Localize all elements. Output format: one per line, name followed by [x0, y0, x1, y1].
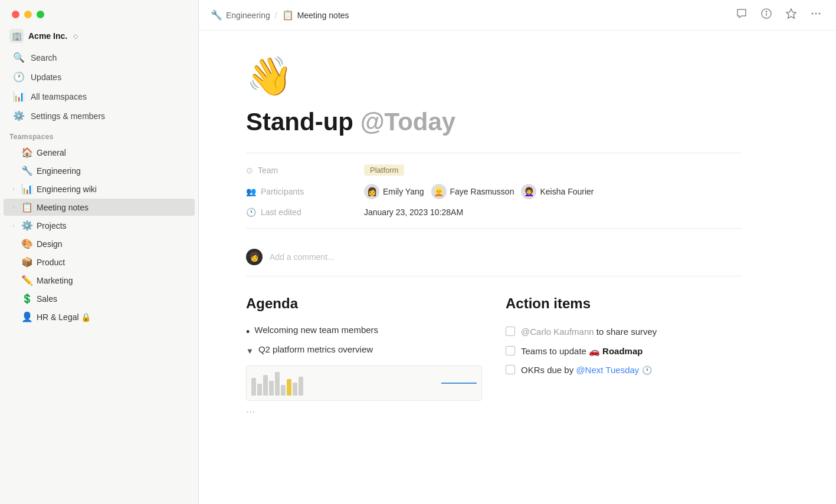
more-button[interactable] [808, 5, 824, 25]
workspace-selector[interactable]: 🏢 Acme Inc. ◇ [0, 24, 198, 48]
hr-legal-icon: 👤 [21, 311, 33, 322]
svg-point-6 [819, 13, 821, 15]
action-item-2-text: Teams to update 🚗 Roadmap [521, 345, 642, 358]
svg-point-5 [815, 13, 817, 15]
search-icon: 🔍 [13, 52, 25, 63]
action-item-2-prefix: Teams to update [521, 346, 589, 356]
topbar-actions [733, 5, 824, 25]
chart-line [441, 383, 477, 384]
favorite-button[interactable] [783, 5, 799, 25]
info-button[interactable] [758, 5, 775, 25]
action-item-3: OKRs due by @Next Tuesday 🕐 [506, 361, 742, 380]
participant-faye-name: Faye Rasmusson [450, 187, 514, 196]
action-item-1-suffix: to share survey [596, 327, 657, 337]
participant-keisha-avatar: 👩‍🦱 [521, 184, 536, 199]
calendar-icon: 🕐 [642, 365, 652, 375]
chart-bar [269, 381, 274, 396]
sidebar-item-engineering-wiki[interactable]: › 📊 Engineering wiki [4, 180, 195, 197]
chevron-right-icon: › [9, 186, 18, 192]
sidebar-item-search[interactable]: 🔍 Search [4, 48, 195, 67]
sidebar-item-updates-label: Updates [31, 73, 61, 82]
updates-icon: 🕐 [13, 71, 25, 83]
agenda-list: • Welcoming new team members ▼ Q2 platfo… [246, 322, 482, 361]
action-item-1-text: @Carlo Kaufmann to share survey [521, 325, 657, 339]
agenda-item-2: ▼ Q2 platform metrics overview [246, 342, 482, 360]
sidebar-item-all-teamspaces-label: All teamspaces [31, 92, 87, 101]
comment-user-avatar: 👩 [246, 249, 263, 265]
sidebar-item-hr-legal[interactable]: 👤 HR & Legal 🔒 [4, 308, 195, 325]
participant-emily: 👩 Emily Yang [364, 184, 424, 199]
sidebar-item-product[interactable]: 📦 Product [4, 253, 195, 271]
topbar: 🔧 Engineering / 📋 Meeting notes [199, 0, 836, 31]
chart-bar [275, 372, 280, 396]
checkbox-3[interactable] [506, 365, 515, 374]
comment-input[interactable]: Add a comment... [270, 252, 335, 262]
chevron-right-icon: › [9, 204, 18, 210]
roadmap-tag: 🚗 Roadmap [589, 345, 642, 358]
sidebar-item-marketing-label: Marketing [37, 276, 73, 285]
breadcrumb-engineering-label: Engineering [226, 11, 270, 20]
action-items-column: Action items @Carlo Kaufmann to share su… [506, 295, 742, 423]
sidebar-item-all-teamspaces[interactable]: 📊 All teamspaces [4, 87, 195, 106]
platform-tag[interactable]: Platform [364, 164, 404, 176]
main-content: 🔧 Engineering / 📋 Meeting notes [199, 0, 836, 504]
sidebar-item-design[interactable]: 🎨 Design [4, 235, 195, 252]
sidebar-item-meeting-notes[interactable]: › 📋 Meeting notes [4, 199, 195, 216]
bullet-icon: • [246, 325, 250, 340]
action-item-3-text: OKRs due by @Next Tuesday 🕐 [521, 364, 652, 377]
page-emoji: 👋 [246, 54, 742, 98]
action-items-list: @Carlo Kaufmann to share survey Teams to… [506, 322, 742, 380]
traffic-light-minimize[interactable] [24, 11, 32, 18]
breadcrumb: 🔧 Engineering / 📋 Meeting notes [211, 9, 349, 21]
properties-section: ⊙ Team Platform 👥 Participants 👩 Emily Y… [246, 153, 742, 229]
sidebar-item-sales-label: Sales [37, 294, 57, 304]
checkbox-1[interactable] [506, 327, 515, 336]
last-edited-icon: 🕐 [246, 207, 256, 217]
agenda-item-2-text: Q2 platform metrics overview [258, 344, 373, 354]
breadcrumb-meeting-notes-label: Meeting notes [297, 11, 349, 20]
chart-bar [293, 383, 297, 396]
action-item-2: Teams to update 🚗 Roadmap [506, 342, 742, 361]
page-title-main: Stand-up [246, 108, 353, 136]
participant-faye-avatar: 👱 [431, 184, 447, 199]
agenda-item-1-text: Welcoming new team members [254, 325, 378, 335]
property-participants: 👥 Participants 👩 Emily Yang 👱 Faye Rasmu… [246, 180, 742, 203]
sidebar-item-design-label: Design [37, 239, 63, 249]
sidebar-item-engineering-label: Engineering [37, 166, 81, 176]
property-participants-value: 👩 Emily Yang 👱 Faye Rasmusson 👩‍🦱 Keisha… [364, 184, 594, 199]
property-team: ⊙ Team Platform [246, 160, 742, 180]
participant-emily-avatar: 👩 [364, 184, 379, 199]
agenda-heading: Agenda [246, 295, 482, 312]
chart-bar [251, 378, 256, 396]
traffic-light-close[interactable] [12, 11, 19, 18]
traffic-lights [0, 0, 198, 24]
chart-bar-highlight [287, 379, 291, 396]
sidebar-item-general[interactable]: 🏠 General [4, 144, 195, 161]
sales-icon: 💲 [21, 293, 33, 304]
general-icon: 🏠 [21, 147, 33, 158]
sidebar-item-settings[interactable]: ⚙️ Settings & members [4, 107, 195, 125]
breadcrumb-meeting-notes[interactable]: 📋 Meeting notes [282, 9, 349, 21]
property-last-edited-value: January 23, 2023 10:28AM [364, 207, 463, 217]
engineering-icon: 🔧 [21, 165, 33, 176]
comments-button[interactable] [733, 5, 750, 25]
sidebar-item-engineering[interactable]: 🔧 Engineering [4, 162, 195, 179]
roadmap-car-icon: 🚗 [589, 345, 600, 358]
engineering-breadcrumb-icon: 🔧 [211, 9, 222, 21]
sidebar-item-projects[interactable]: › ⚙️ Projects [4, 217, 195, 234]
sidebar-item-marketing[interactable]: ✏️ Marketing [4, 272, 195, 289]
svg-point-4 [812, 13, 814, 15]
engineering-wiki-icon: 📊 [21, 183, 33, 195]
design-icon: 🎨 [21, 238, 33, 249]
product-icon: 📦 [21, 256, 33, 268]
property-last-edited-label: Last edited [261, 207, 301, 217]
sidebar-item-updates[interactable]: 🕐 Updates [4, 68, 195, 86]
breadcrumb-engineering[interactable]: 🔧 Engineering [211, 9, 270, 21]
traffic-light-fullscreen[interactable] [37, 11, 44, 18]
checkbox-2[interactable] [506, 346, 515, 355]
agenda-item-1: • Welcoming new team members [246, 322, 482, 342]
sidebar-item-sales[interactable]: 💲 Sales [4, 290, 195, 307]
chart-bar [257, 384, 262, 396]
meeting-notes-icon: 📋 [21, 202, 33, 213]
agenda-column: Agenda • Welcoming new team members ▼ Q2… [246, 295, 482, 423]
